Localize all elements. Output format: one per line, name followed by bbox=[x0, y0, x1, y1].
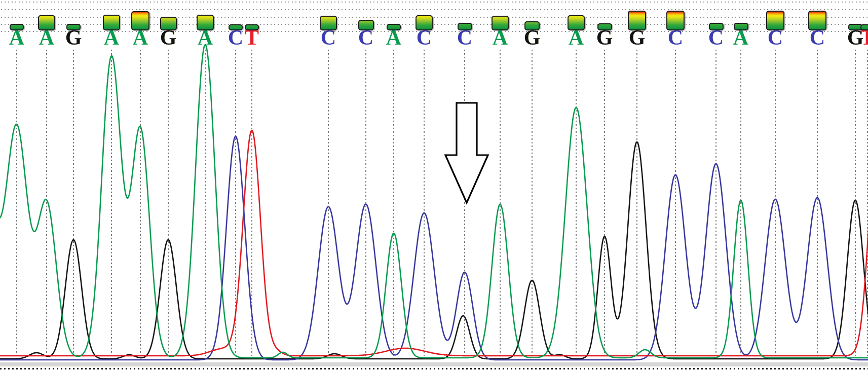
base-letter-14-A: A bbox=[493, 27, 508, 48]
base-letter-1-A: A bbox=[39, 27, 54, 48]
base-letter-11-A: A bbox=[386, 27, 401, 48]
bottom-shadow-band bbox=[0, 362, 868, 366]
base-letter-0-A: A bbox=[9, 27, 24, 48]
base-letter-15-G: G bbox=[524, 27, 541, 48]
base-letter-3-A: A bbox=[104, 27, 119, 48]
base-letter-6-A: A bbox=[198, 27, 213, 48]
base-letter-16-A: A bbox=[569, 27, 584, 48]
trace-plot-canvas bbox=[0, 0, 868, 371]
base-letter-12-C: C bbox=[417, 27, 432, 48]
base-letter-20-C: C bbox=[708, 27, 724, 48]
base-letter-2-G: G bbox=[65, 27, 82, 48]
base-letter-19-C: C bbox=[668, 27, 683, 48]
base-letter-25-T: T bbox=[860, 27, 868, 48]
base-letter-21-A: A bbox=[733, 27, 748, 48]
bottom-dotted-line bbox=[0, 368, 868, 369]
chromatogram-figure: AAGAAGACTCCACCAGAGGCCACCGT bbox=[0, 0, 868, 371]
base-letter-23-C: C bbox=[810, 27, 825, 48]
base-letter-4-A: A bbox=[133, 27, 148, 48]
base-letter-22-C: C bbox=[768, 27, 783, 48]
base-letter-13-C: C bbox=[457, 27, 472, 48]
base-letter-8-T: T bbox=[245, 27, 259, 48]
base-letter-10-C: C bbox=[358, 27, 373, 48]
base-letter-18-G: G bbox=[629, 27, 646, 48]
base-letter-5-G: G bbox=[160, 27, 177, 48]
base-letter-9-C: C bbox=[321, 27, 336, 48]
base-letter-7-C: C bbox=[228, 27, 243, 48]
base-letter-17-G: G bbox=[596, 27, 613, 48]
